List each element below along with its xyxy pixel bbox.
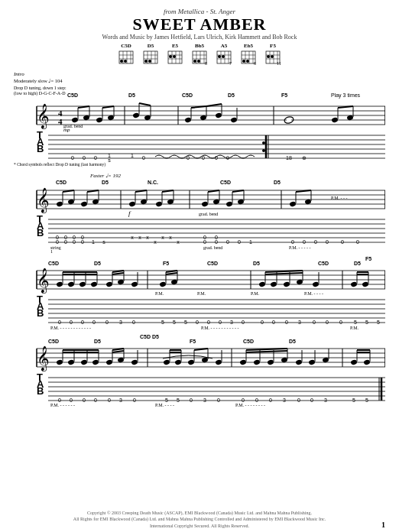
chord-d5: D5 xyxy=(142,43,159,65)
svg-text:x: x xyxy=(131,235,134,240)
svg-text:5: 5 xyxy=(165,397,168,403)
svg-text:8: 8 xyxy=(205,61,207,65)
svg-text:0: 0 xyxy=(356,239,359,245)
svg-text:0: 0 xyxy=(203,235,206,240)
svg-text:Faster ♩= 192: Faster ♩= 192 xyxy=(89,173,121,179)
svg-text:5: 5 xyxy=(365,320,368,325)
chord-eb5: Eb5 6 xyxy=(240,43,257,65)
svg-text:0: 0 xyxy=(272,320,275,325)
svg-text:* Chord symbols reflect Drop D: * Chord symbols reflect Drop D tuning (l… xyxy=(14,162,105,167)
svg-text:D5: D5 xyxy=(102,180,109,185)
chord-f5: F5 11 xyxy=(264,43,281,65)
svg-point-390 xyxy=(215,359,222,365)
svg-text:x: x xyxy=(154,239,157,245)
svg-line-376 xyxy=(112,351,124,352)
chord-grid-f5: 11 xyxy=(264,50,281,65)
svg-text:P.M.: P.M. xyxy=(155,291,164,296)
svg-text:0: 0 xyxy=(215,235,218,240)
svg-point-410 xyxy=(363,359,370,365)
svg-text:D5: D5 xyxy=(228,92,235,98)
svg-point-93 xyxy=(132,112,139,118)
svg-text:3: 3 xyxy=(324,397,327,403)
svg-text:5: 5 xyxy=(184,320,187,325)
svg-text:F5: F5 xyxy=(190,339,196,344)
header: from Metallica - St. Anger SWEET AMBER W… xyxy=(14,8,385,41)
svg-text:1: 1 xyxy=(50,249,53,254)
svg-point-138 xyxy=(262,149,265,152)
svg-point-15 xyxy=(148,60,151,63)
svg-text:0: 0 xyxy=(190,397,193,403)
svg-text:Moderately slow ♩= 104: Moderately slow ♩= 104 xyxy=(14,78,63,83)
svg-point-98 xyxy=(184,117,191,123)
svg-text:D5: D5 xyxy=(354,261,361,266)
svg-text:6: 6 xyxy=(254,61,256,65)
svg-text:grad. bend: grad. bend xyxy=(63,124,83,128)
svg-text:0: 0 xyxy=(326,320,329,325)
svg-text:0: 0 xyxy=(339,320,342,325)
svg-text:0: 0 xyxy=(238,239,241,245)
svg-point-291 xyxy=(270,281,277,287)
svg-point-137 xyxy=(262,141,265,144)
svg-text:C5D: C5D xyxy=(48,339,59,344)
svg-point-31 xyxy=(197,60,200,63)
svg-text:5: 5 xyxy=(173,320,176,325)
chord-grid-c5d xyxy=(118,50,135,65)
svg-text:1: 1 xyxy=(92,239,95,245)
chord-grid-e5 xyxy=(167,50,183,65)
chord-c5d: C5D xyxy=(118,43,135,65)
svg-text:0: 0 xyxy=(285,320,288,325)
svg-point-293 xyxy=(283,281,290,287)
svg-text:F5: F5 xyxy=(163,261,169,266)
svg-point-187 xyxy=(225,201,232,207)
svg-text:C5D: C5D xyxy=(207,261,218,266)
svg-point-39 xyxy=(218,55,221,58)
svg-point-396 xyxy=(267,359,274,365)
svg-text:3: 3 xyxy=(119,397,122,403)
svg-text:0: 0 xyxy=(203,239,206,245)
svg-text:C5D: C5D xyxy=(48,261,59,266)
svg-point-49 xyxy=(246,60,249,63)
svg-text:3: 3 xyxy=(230,320,233,325)
svg-text:C5D D5: C5D D5 xyxy=(140,334,159,339)
svg-point-110 xyxy=(331,117,338,123)
chord-grid-a5: 7 xyxy=(216,50,232,65)
svg-text:0: 0 xyxy=(291,239,294,245)
svg-point-363 xyxy=(67,359,74,365)
chord-e5: E5 xyxy=(167,43,183,65)
svg-text:Intro: Intro xyxy=(14,71,24,77)
svg-text:0: 0 xyxy=(219,320,222,325)
svg-text:P.M. - - - - - - - - - - -: P.M. - - - - - - - - - - - xyxy=(201,326,239,330)
svg-text:0: 0 xyxy=(94,397,97,403)
svg-point-299 xyxy=(312,281,319,287)
svg-line-401 xyxy=(246,351,287,352)
svg-text:D5: D5 xyxy=(94,339,101,344)
svg-text:0: 0 xyxy=(73,239,76,245)
svg-point-171 xyxy=(128,201,135,207)
svg-text:0: 0 xyxy=(217,397,220,403)
svg-text:3: 3 xyxy=(298,320,301,325)
svg-line-284 xyxy=(166,273,177,274)
svg-point-88 xyxy=(96,117,102,123)
svg-text:5: 5 xyxy=(161,320,164,325)
svg-point-265 xyxy=(79,281,86,287)
svg-point-14 xyxy=(144,60,148,63)
svg-text:D5: D5 xyxy=(128,92,135,98)
footer: Copyright © 2003 Creeping Death Music (A… xyxy=(0,510,399,529)
svg-text:x: x xyxy=(161,235,164,240)
svg-text:0: 0 xyxy=(70,320,73,325)
svg-text:5: 5 xyxy=(354,320,357,325)
svg-text:P.M. - - - -: P.M. - - - - xyxy=(304,291,323,296)
svg-text:0: 0 xyxy=(255,397,258,403)
svg-text:P.M. - - - - - -: P.M. - - - - - - xyxy=(50,403,75,407)
svg-text:B: B xyxy=(37,227,44,238)
svg-text:D5: D5 xyxy=(94,261,101,266)
svg-point-6 xyxy=(120,60,123,63)
svg-point-104 xyxy=(230,117,237,123)
svg-point-404 xyxy=(308,359,315,365)
svg-text:0: 0 xyxy=(133,397,136,403)
svg-point-263 xyxy=(67,281,74,287)
svg-text:⊕: ⊕ xyxy=(302,155,307,161)
svg-text:0: 0 xyxy=(105,320,109,325)
svg-text:grad. bend: grad. bend xyxy=(203,245,222,250)
svg-text:B: B xyxy=(37,143,44,154)
